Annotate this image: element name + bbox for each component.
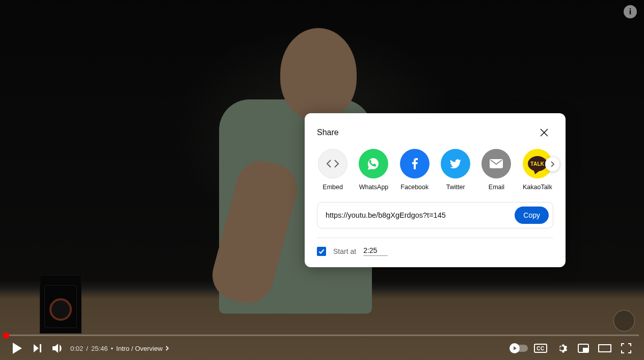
product-box <box>40 275 82 333</box>
theater-button[interactable] <box>594 337 615 360</box>
share-dialog-title: Share <box>317 128 339 137</box>
next-icon <box>33 343 43 353</box>
seek-bar[interactable] <box>5 335 639 336</box>
start-at-input[interactable] <box>363 246 388 256</box>
share-label: Twitter <box>446 184 465 191</box>
info-card-button[interactable]: i <box>624 5 637 18</box>
share-option-facebook[interactable]: Facebook <box>399 149 431 191</box>
gear-icon <box>556 343 568 354</box>
share-next-button[interactable] <box>545 157 559 171</box>
start-at-row: Start at <box>317 246 553 256</box>
check-icon <box>318 248 325 255</box>
copy-button[interactable]: Copy <box>515 207 549 224</box>
chapter-button[interactable]: Intro / Overview <box>116 345 170 352</box>
duration: 25:46 <box>91 345 108 352</box>
volume-icon <box>52 343 64 354</box>
video-player: i Share Embed WhatsApp <box>0 0 644 360</box>
play-button[interactable] <box>7 337 28 360</box>
twitter-icon <box>441 149 470 178</box>
embed-icon <box>318 149 347 178</box>
player-controls: 0:02 / 25:46 • Intro / Overview CC <box>0 337 644 360</box>
close-icon <box>539 127 549 138</box>
share-label: Embed <box>323 184 343 191</box>
miniplayer-button[interactable] <box>573 337 594 360</box>
current-time: 0:02 <box>70 345 83 352</box>
theater-icon <box>598 344 611 352</box>
next-button[interactable] <box>28 337 48 360</box>
fullscreen-button[interactable] <box>615 337 637 360</box>
autoplay-toggle[interactable] <box>508 337 530 360</box>
chevron-right-icon <box>549 161 556 168</box>
fullscreen-icon <box>621 343 631 353</box>
share-option-whatsapp[interactable]: WhatsApp <box>358 149 389 191</box>
close-button[interactable] <box>535 123 553 142</box>
svg-rect-9 <box>599 345 611 352</box>
play-icon <box>12 342 23 354</box>
share-option-email[interactable]: Email <box>480 149 512 191</box>
svg-rect-8 <box>583 348 588 352</box>
svg-rect-5 <box>40 344 41 352</box>
start-at-checkbox[interactable] <box>317 247 326 256</box>
email-icon <box>481 149 511 178</box>
volume-button[interactable] <box>48 337 68 360</box>
miniplayer-icon <box>578 344 589 353</box>
share-options-row: Embed WhatsApp Facebook Twitter <box>317 149 553 191</box>
captions-button[interactable]: CC <box>530 337 551 360</box>
share-url-row: https://youtu.be/b8gXgErdgos?t=145 Copy <box>317 202 553 228</box>
settings-button[interactable] <box>551 337 573 360</box>
share-option-embed[interactable]: Embed <box>317 149 348 191</box>
channel-watermark[interactable] <box>613 310 635 331</box>
facebook-icon <box>400 149 430 178</box>
share-option-twitter[interactable]: Twitter <box>440 149 471 191</box>
chapter-title: Intro / Overview <box>116 345 163 352</box>
whatsapp-icon <box>359 149 388 178</box>
share-label: Email <box>489 184 504 191</box>
cc-icon: CC <box>534 344 547 353</box>
divider <box>317 238 553 238</box>
time-display: 0:02 / 25:46 • Intro / Overview <box>70 345 170 352</box>
chevron-right-icon <box>165 345 170 351</box>
share-label: KakaoTalk <box>523 184 552 191</box>
svg-marker-6 <box>52 344 58 353</box>
svg-marker-3 <box>13 343 22 354</box>
share-dialog: Share Embed WhatsApp <box>305 113 566 267</box>
svg-marker-4 <box>34 344 39 352</box>
share-url-field[interactable]: https://youtu.be/b8gXgErdgos?t=145 <box>326 211 515 219</box>
share-label: WhatsApp <box>359 184 389 191</box>
share-label: Facebook <box>400 184 428 191</box>
start-at-label: Start at <box>333 247 356 255</box>
